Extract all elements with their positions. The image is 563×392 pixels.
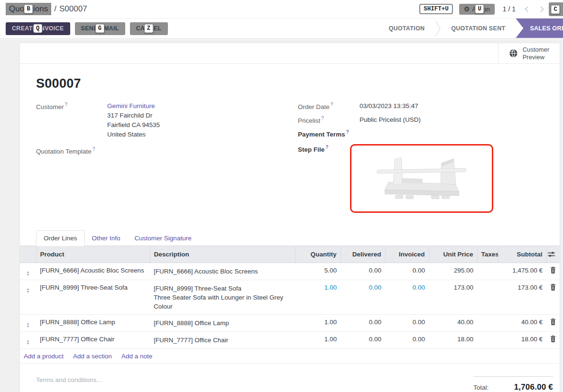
help-icon: ? [92,146,95,152]
delete-row-button[interactable] [546,280,561,314]
cell-taxes[interactable] [477,263,498,280]
cell-delivered[interactable]: 0.00 [341,331,385,348]
order-lines-table: Product Description Quantity Delivered I… [20,246,561,364]
cell-taxes[interactable] [477,314,498,331]
cell-quantity[interactable]: 1.00 [295,280,341,314]
breadcrumb-current: S00007 [59,4,87,14]
table-header-row: Product Description Quantity Delivered I… [20,246,561,263]
column-product: Product [36,246,150,263]
sliders-icon [548,251,555,257]
customer-link[interactable]: Gemini Furniture [107,102,155,109]
cell-unit-price[interactable]: 40.00 [429,314,477,331]
keyboard-hint-badge: Q [33,24,43,33]
total-label: Total: [473,384,489,391]
cell-product[interactable]: [FURN_6666] Acoustic Bloc Screens [36,263,150,280]
tab-order-lines[interactable]: Order Lines [36,230,85,246]
cell-delivered[interactable]: 0.00 [341,280,385,314]
stage-sales-order-active[interactable]: SALES ORDER [516,18,563,38]
field-step-file: Step File? [298,144,553,213]
send-email-button[interactable]: SEND EMAIL G [75,22,125,35]
top-navigation-bar: Quotations B / S00007 SHIFT+U ⚙ Action U… [0,0,563,18]
drag-handle-icon[interactable]: ▲▼ [27,271,30,276]
order-date-value[interactable]: 03/03/2023 13:35:47 [360,101,418,111]
help-icon: ? [331,102,333,107]
terms-and-conditions-input[interactable]: Terms and conditions... [36,376,102,392]
cell-invoiced[interactable]: 0.00 [385,314,429,331]
cell-quantity[interactable]: 1.00 [295,314,341,331]
step-file-preview[interactable] [350,144,493,213]
cell-invoiced[interactable]: 0.00 [385,280,429,314]
column-unit-price: Unit Price [429,246,477,263]
cell-unit-price[interactable]: 173.00 [429,280,477,314]
column-invoiced: Invoiced [385,246,429,263]
help-icon: ? [65,102,68,107]
customer-preview-button[interactable]: Customer Preview [498,43,560,64]
pricelist-value[interactable]: Public Pricelist (USD) [360,115,421,125]
add-a-product-link[interactable]: Add a product [24,353,64,360]
keyboard-hint-badge: G [95,24,105,33]
cancel-button[interactable]: CANCEL Z [130,22,168,35]
sales-order-page: Quotations B / S00007 SHIFT+U ⚙ Action U… [0,0,563,392]
cell-quantity[interactable]: 5.00 [295,263,341,280]
cell-subtotal: 40.00 € [498,314,546,331]
keyboard-hint-badge: Z [144,24,154,33]
drag-handle-icon[interactable]: ▲▼ [27,339,30,345]
cell-description[interactable]: [FURN_8888] Office Lamp [150,314,295,331]
trash-icon [550,319,556,325]
breadcrumb-quotations-link[interactable]: Quotations B [6,3,51,15]
cell-product[interactable]: [FURN_8999] Three-Seat Sofa [36,280,150,314]
pager-previous-icon[interactable] [525,6,531,12]
cell-quantity[interactable]: 1.00 [295,331,341,348]
cell-taxes[interactable] [477,280,498,314]
table-row[interactable]: ▲▼ [FURN_8888] Office Lamp [FURN_8888] O… [20,314,561,331]
cell-taxes[interactable] [477,331,498,348]
tab-customer-signature[interactable]: Customer Signature [128,231,199,246]
table-row[interactable]: ▲▼ [FURN_7777] Office Chair [FURN_7777] … [20,331,561,348]
gear-icon: ⚙ [464,6,470,12]
content-area: Customer Preview S00007 Customer? Gemini… [0,39,563,392]
delete-row-button[interactable] [546,331,561,348]
cell-description[interactable]: [FURN_6666] Acoustic Bloc Screens [150,263,295,280]
customer-address-line: United States [107,130,160,139]
cell-product[interactable]: [FURN_7777] Office Chair [36,331,150,348]
drag-handle-icon[interactable]: ▲▼ [27,322,30,328]
cell-invoiced[interactable]: 0.00 [385,263,429,280]
customer-preview-label: Customer Preview [523,46,549,61]
cell-subtotal: 18.00 € [498,331,546,348]
delete-row-button[interactable] [546,263,561,280]
form-sheet: Customer Preview S00007 Customer? Gemini… [19,43,560,392]
create-invoice-button[interactable]: CREATE INVOICE Q [6,22,70,35]
cell-delivered[interactable]: 0.00 [341,263,385,280]
optional-columns-toggle[interactable] [546,246,561,263]
trash-icon [550,336,556,342]
keyboard-hint-badge: C [551,5,560,14]
cell-unit-price[interactable]: 18.00 [429,331,477,348]
cell-unit-price[interactable]: 295.00 [429,263,477,280]
tab-other-info[interactable]: Other Info [85,231,128,246]
breadcrumb: Quotations B / S00007 [6,3,87,15]
stage-quotation-sent[interactable]: QUOTATION SENT [441,18,516,38]
add-line-row: Add a product Add a section Add a note [20,348,561,363]
clipped-toolbar-button[interactable]: C [549,2,563,16]
cell-invoiced[interactable]: 0.00 [385,331,429,348]
cell-delivered[interactable]: 0.00 [341,314,385,331]
add-a-section-link[interactable]: Add a section [73,353,112,360]
action-menu-button[interactable]: ⚙ Action U [459,4,495,15]
table-row[interactable]: ▲▼ [FURN_8999] Three-Seat Sofa [FURN_899… [20,280,561,314]
pager-counter: 1 / 1 [503,5,516,13]
table-row[interactable]: ▲▼ [FURN_6666] Acoustic Bloc Screens [FU… [20,263,561,280]
add-a-note-link[interactable]: Add a note [121,353,152,360]
field-pricelist: Pricelist? Public Pricelist (USD) [298,115,553,125]
keyboard-hint-badge: B [24,5,33,14]
drag-handle-icon[interactable]: ▲▼ [27,288,30,293]
pager-next-icon[interactable] [538,6,544,12]
cell-product[interactable]: [FURN_8888] Office Lamp [36,314,150,331]
cell-description[interactable]: [FURN_8999] Three-Seat Sofa Three Seater… [150,280,295,314]
field-customer: Customer? Gemini Furniture 317 Fairchild… [36,101,298,139]
cell-description[interactable]: [FURN_7777] Office Chair [150,331,295,348]
delete-row-button[interactable] [546,314,561,331]
column-handle [20,246,36,263]
trash-icon [550,284,556,291]
stage-quotation[interactable]: QUOTATION [378,18,435,38]
order-date-label: Order Date? [298,101,360,111]
